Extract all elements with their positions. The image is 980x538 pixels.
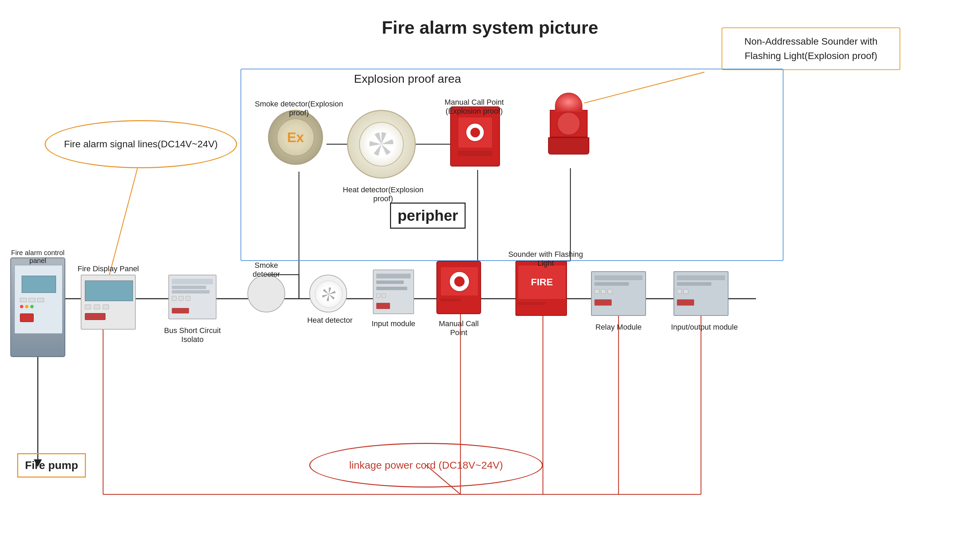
heat-label: Heat detector: [304, 316, 356, 325]
input-mod-label: Input module: [366, 319, 421, 328]
relay-module: [591, 271, 646, 316]
facp-label: Fire alarm control panel: [9, 249, 67, 265]
ep-smoke-detector: Ex: [268, 110, 323, 165]
ep-heat-label: Heat detector(Explosion proof): [337, 186, 430, 203]
input-module: [373, 270, 414, 314]
ep-heat-detector: [347, 110, 416, 179]
sounder-label: Sounder with Flashing Light: [508, 250, 584, 268]
linkage-text: linkage power cord (DC18V~24V): [349, 459, 503, 471]
firepump-box: Fire pump: [17, 453, 86, 478]
facp: [10, 257, 65, 357]
explosion-proof-box: [240, 69, 783, 261]
bsci-label: Bus Short Circuit Isolato: [158, 326, 227, 344]
diagram-container: Fire alarm system picture: [0, 0, 980, 538]
firepump-text: Fire pump: [25, 459, 78, 471]
ep-mcp-label: Manual Call Point (Explosion proof): [426, 98, 522, 116]
fdp: [81, 275, 136, 330]
manual-call-point: [436, 261, 481, 314]
relay-label: Relay Module: [584, 323, 653, 332]
smoke-label: Smoke detector: [240, 261, 292, 279]
explosion-area-label: Explosion proof area: [354, 72, 461, 86]
mcp-label: Manual Call Point: [431, 319, 486, 337]
ep-sounder: [546, 93, 591, 171]
smoke-detector: [247, 275, 285, 313]
bsci: [169, 275, 216, 319]
fdp-label: Fire Display Panel: [77, 264, 139, 273]
non-addressable-sounder-box: Non-Addressable Sounder with Flashing Li…: [722, 27, 900, 70]
sounder-box-text: Non-Addressable Sounder with Flashing Li…: [744, 36, 878, 61]
linkage-ellipse: linkage power cord (DC18V~24V): [309, 443, 543, 487]
facp-screen: [22, 276, 56, 293]
sounder-flashing: FIRE: [515, 261, 567, 316]
ep-smoke-label: Smoke detector(Explosion proof): [254, 100, 344, 117]
io-module: [673, 271, 729, 316]
io-label: Input/output module: [663, 323, 746, 332]
heat-detector: [309, 275, 347, 313]
peripher-text: peripher: [398, 207, 458, 224]
signal-ellipse: Fire alarm signal lines(DC14V~24V): [45, 120, 237, 168]
peripher-box: peripher: [390, 203, 466, 229]
facp-inner: [14, 265, 62, 334]
signal-text: Fire alarm signal lines(DC14V~24V): [64, 139, 218, 150]
